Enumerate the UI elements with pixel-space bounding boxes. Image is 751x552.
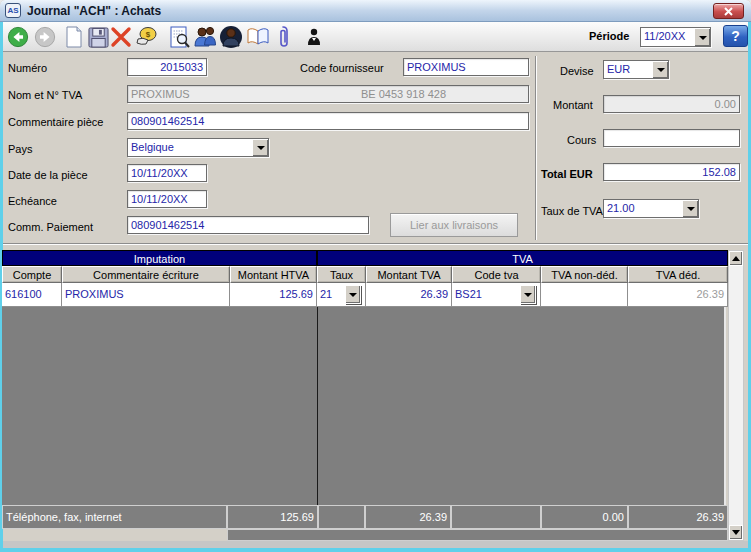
- row-montant-htva-cell[interactable]: 125.69: [230, 283, 317, 307]
- nom-tva-label: Nom et N° TVA: [8, 88, 82, 102]
- nom-tva-field: PROXIMUS BE 0453 918 428: [127, 85, 529, 103]
- form-divider: [535, 56, 537, 240]
- periode-value: 11/20XX: [641, 28, 694, 46]
- periode-label: Période: [589, 30, 629, 42]
- row-code-tva-value: BS21: [455, 288, 482, 300]
- column-header-tva-ded: TVA déd.: [628, 266, 728, 283]
- code-fournisseur-input[interactable]: PROXIMUS: [403, 58, 529, 76]
- chevron-down-icon: [349, 293, 357, 297]
- scroll-down-button[interactable]: [729, 525, 743, 540]
- new-document-button[interactable]: [62, 25, 86, 49]
- pays-value: Belgique: [128, 139, 252, 156]
- pays-combobox[interactable]: Belgique: [127, 138, 269, 157]
- row-tva-non-ded-cell[interactable]: [541, 283, 628, 307]
- search-document-icon: [169, 26, 191, 49]
- forward-icon: [34, 26, 56, 48]
- total-eur-input[interactable]: 152.08: [603, 163, 740, 181]
- totals-montant-htva: 125.69: [227, 505, 318, 529]
- row-code-tva-cell[interactable]: BS21: [452, 283, 541, 307]
- devise-dropdown-button[interactable]: [652, 61, 668, 78]
- svg-text:$: $: [146, 30, 151, 39]
- chevron-down-icon: [657, 68, 665, 72]
- taux-tva-dropdown-button[interactable]: [682, 200, 698, 217]
- taux-tva-combobox[interactable]: 21.00: [603, 199, 699, 218]
- code-fournisseur-label: Code fournisseur: [300, 61, 384, 75]
- contact-icon: [306, 28, 322, 46]
- user-button[interactable]: [219, 25, 243, 49]
- totals-footer-strip: [227, 529, 728, 541]
- vertical-scrollbar[interactable]: [728, 250, 744, 541]
- column-header-code-tva: Code tva: [452, 266, 541, 283]
- close-icon: [724, 7, 733, 16]
- grid-empty-area[interactable]: [2, 307, 726, 505]
- group-header-imputation: Imputation: [2, 250, 317, 266]
- arrow-up-icon: [732, 256, 740, 261]
- paperclip-icon: [276, 25, 290, 49]
- window-title: Journal "ACH" : Achats: [27, 4, 161, 18]
- pays-label: Pays: [8, 142, 32, 156]
- row-taux-value: 21: [320, 288, 332, 300]
- nom-tva-name: PROXIMUS: [131, 87, 190, 101]
- lier-livraisons-button[interactable]: Lier aux livraisons: [390, 213, 518, 237]
- row-taux-dropdown-button[interactable]: [345, 285, 361, 304]
- column-header-taux: Taux: [317, 266, 366, 283]
- back-icon: [7, 26, 29, 48]
- app-icon: AS: [5, 3, 21, 18]
- column-header-montant-htva: Montant HTVA: [230, 266, 317, 283]
- book-button[interactable]: [246, 25, 270, 49]
- montant-input: 0.00: [603, 95, 740, 113]
- row-taux-cell[interactable]: 21: [317, 283, 366, 307]
- commentaire-piece-label: Commentaire pièce: [8, 115, 103, 129]
- numero-label: Numéro: [8, 61, 47, 75]
- cours-input[interactable]: [603, 129, 740, 147]
- row-code-tva-dropdown-button[interactable]: [520, 285, 536, 304]
- periode-combobox[interactable]: 11/20XX: [640, 27, 711, 47]
- totals-tva-non-ded: 0.00: [541, 505, 628, 529]
- save-button[interactable]: [86, 25, 110, 49]
- totals-montant-tva: 26.39: [365, 505, 451, 529]
- payment-button[interactable]: $: [134, 25, 158, 49]
- search-document-button[interactable]: [168, 25, 192, 49]
- totals-label: Téléphone, fax, internet: [2, 505, 227, 529]
- echeance-label: Echéance: [8, 194, 57, 208]
- journal-window: AS Journal "ACH" : Achats: [0, 0, 751, 552]
- cours-label: Cours: [567, 133, 596, 147]
- comm-paiement-input[interactable]: 080901462514: [127, 216, 369, 234]
- payment-icon: $: [134, 26, 158, 48]
- devise-label: Devise: [560, 64, 594, 78]
- back-button[interactable]: [6, 25, 30, 49]
- column-header-commentaire: Commentaire écriture: [62, 266, 230, 283]
- delete-button[interactable]: [109, 25, 133, 49]
- echeance-input[interactable]: 10/11/20XX: [127, 190, 207, 208]
- user-icon: [219, 25, 243, 49]
- save-icon: [88, 27, 109, 48]
- pays-dropdown-button[interactable]: [252, 139, 268, 156]
- commentaire-piece-input[interactable]: 080901462514: [127, 112, 529, 130]
- row-montant-tva-cell[interactable]: 26.39: [366, 283, 452, 307]
- chevron-down-icon: [699, 36, 707, 40]
- totals-code-tva: [451, 505, 541, 529]
- devise-combobox[interactable]: EUR: [603, 60, 669, 79]
- toolbar: $: [3, 22, 748, 52]
- taux-tva-label: Taux de TVA: [541, 204, 603, 218]
- close-button[interactable]: [713, 3, 744, 19]
- titlebar: AS Journal "ACH" : Achats: [0, 0, 751, 22]
- users-button[interactable]: [193, 25, 217, 49]
- periode-dropdown-button[interactable]: [694, 28, 710, 46]
- montant-label: Montant: [553, 98, 593, 112]
- forward-button[interactable]: [33, 25, 57, 49]
- row-commentaire-cell[interactable]: PROXIMUS: [62, 283, 230, 307]
- nom-tva-number: BE 0453 918 428: [361, 87, 446, 101]
- help-button[interactable]: ?: [723, 25, 748, 47]
- attachment-button[interactable]: [271, 25, 295, 49]
- row-compte-cell[interactable]: 616100: [2, 283, 62, 307]
- column-header-tva-non-ded: TVA non-déd.: [541, 266, 628, 283]
- numero-input[interactable]: 2015033: [127, 58, 207, 76]
- contact-button[interactable]: [302, 25, 326, 49]
- chevron-down-icon: [524, 293, 532, 297]
- chevron-down-icon: [257, 146, 265, 150]
- scroll-up-button[interactable]: [729, 251, 743, 266]
- date-piece-input[interactable]: 10/11/20XX: [127, 164, 207, 182]
- taux-tva-value: 21.00: [604, 200, 682, 217]
- comm-paiement-label: Comm. Paiement: [8, 220, 93, 234]
